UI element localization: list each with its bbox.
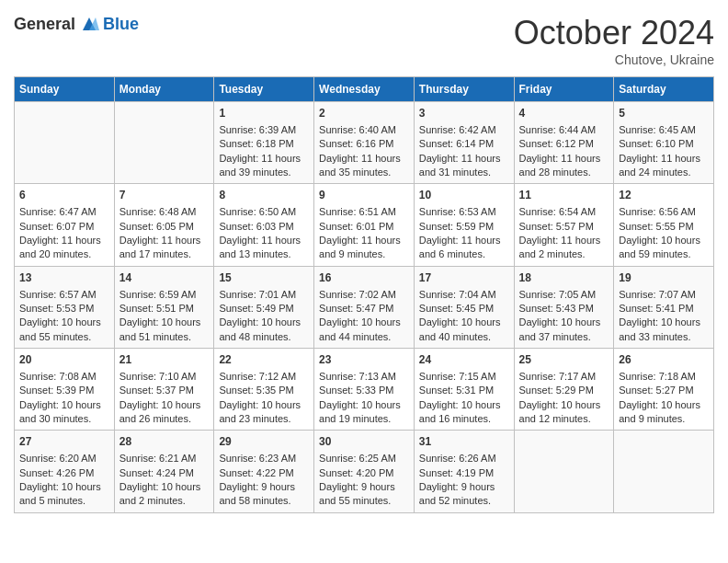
day-info: Daylight: 10 hours and 9 minutes.: [619, 398, 709, 427]
calendar-cell: 21Sunrise: 7:10 AMSunset: 5:37 PMDayligh…: [114, 349, 214, 431]
calendar-cell: 7Sunrise: 6:48 AMSunset: 6:05 PMDaylight…: [114, 184, 214, 266]
day-info: Daylight: 10 hours and 5 minutes.: [19, 480, 109, 509]
logo-blue-text: Blue: [103, 15, 139, 34]
day-info: Sunset: 5:41 PM: [619, 302, 709, 316]
day-info: Daylight: 10 hours and 44 minutes.: [319, 316, 409, 344]
day-info: Sunrise: 7:07 AM: [619, 288, 709, 302]
day-info: Sunset: 5:37 PM: [119, 384, 210, 397]
day-number: 24: [419, 352, 509, 368]
day-info: Sunrise: 6:50 AM: [219, 205, 309, 219]
day-info: Daylight: 10 hours and 12 minutes.: [519, 398, 609, 427]
day-info: Sunrise: 6:54 AM: [519, 205, 609, 219]
calendar-cell: 2Sunrise: 6:40 AMSunset: 6:16 PMDaylight…: [314, 102, 415, 184]
day-number: 1: [219, 106, 309, 121]
day-number: 15: [219, 270, 309, 286]
calendar-cell: 13Sunrise: 6:57 AMSunset: 5:53 PMDayligh…: [15, 266, 115, 348]
day-number: 23: [319, 352, 409, 368]
day-info: Sunset: 6:10 PM: [619, 137, 709, 151]
day-number: 5: [619, 106, 709, 121]
day-info: Sunset: 4:26 PM: [19, 466, 109, 480]
calendar-cell: 3Sunrise: 6:42 AMSunset: 6:14 PMDaylight…: [414, 102, 514, 184]
day-info: Sunrise: 7:17 AM: [519, 370, 609, 384]
day-info: Daylight: 11 hours and 31 minutes.: [419, 152, 509, 180]
day-info: Sunrise: 7:15 AM: [419, 370, 509, 384]
day-info: Sunset: 4:24 PM: [119, 466, 210, 480]
calendar-cell: 17Sunrise: 7:04 AMSunset: 5:45 PMDayligh…: [414, 266, 514, 348]
day-info: Sunrise: 7:02 AM: [319, 288, 409, 302]
calendar-cell: 31Sunrise: 6:26 AMSunset: 4:19 PMDayligh…: [414, 431, 514, 512]
day-info: Sunrise: 7:18 AM: [619, 370, 709, 384]
day-info: Daylight: 11 hours and 13 minutes.: [219, 234, 309, 262]
day-number: 14: [119, 270, 210, 286]
calendar-cell: 20Sunrise: 7:08 AMSunset: 5:39 PMDayligh…: [15, 349, 115, 431]
day-info: Sunset: 6:16 PM: [319, 137, 409, 151]
calendar-cell: 9Sunrise: 6:51 AMSunset: 6:01 PMDaylight…: [314, 184, 415, 266]
day-info: Daylight: 11 hours and 35 minutes.: [319, 152, 409, 180]
day-info: Daylight: 10 hours and 26 minutes.: [119, 398, 210, 427]
calendar-cell: 28Sunrise: 6:21 AMSunset: 4:24 PMDayligh…: [114, 431, 214, 512]
calendar-cell: [514, 431, 614, 512]
calendar-cell: 30Sunrise: 6:25 AMSunset: 4:20 PMDayligh…: [314, 431, 415, 512]
day-info: Sunrise: 7:10 AM: [119, 370, 210, 384]
day-info: Sunrise: 6:42 AM: [419, 123, 509, 137]
calendar-week-row: 13Sunrise: 6:57 AMSunset: 5:53 PMDayligh…: [15, 266, 714, 348]
day-info: Daylight: 10 hours and 30 minutes.: [19, 398, 109, 427]
day-number: 6: [19, 188, 109, 203]
day-header-monday: Monday: [114, 77, 214, 102]
day-info: Daylight: 10 hours and 37 minutes.: [519, 316, 609, 344]
day-info: Sunrise: 6:26 AM: [419, 452, 509, 465]
calendar-cell: 14Sunrise: 6:59 AMSunset: 5:51 PMDayligh…: [114, 266, 214, 348]
day-info: Sunset: 4:19 PM: [419, 466, 509, 480]
calendar-cell: 16Sunrise: 7:02 AMSunset: 5:47 PMDayligh…: [314, 266, 415, 348]
day-info: Sunset: 5:27 PM: [619, 384, 709, 397]
calendar-week-row: 1Sunrise: 6:39 AMSunset: 6:18 PMDaylight…: [15, 102, 714, 184]
day-number: 4: [519, 106, 609, 121]
title-section: October 2024 Chutove, Ukraine: [514, 14, 714, 67]
location-subtitle: Chutove, Ukraine: [514, 52, 714, 67]
day-info: Sunset: 5:39 PM: [19, 384, 109, 397]
day-number: 8: [219, 188, 309, 203]
day-info: Sunset: 5:45 PM: [419, 302, 509, 316]
day-info: Sunset: 4:22 PM: [219, 466, 309, 480]
day-info: Daylight: 10 hours and 23 minutes.: [219, 398, 309, 427]
day-info: Daylight: 10 hours and 33 minutes.: [619, 316, 709, 344]
calendar-cell: [614, 431, 714, 512]
day-info: Sunset: 5:59 PM: [419, 220, 509, 234]
day-info: Sunrise: 6:20 AM: [19, 452, 109, 465]
day-info: Sunrise: 6:56 AM: [619, 205, 709, 219]
calendar-table: SundayMondayTuesdayWednesdayThursdayFrid…: [14, 76, 714, 513]
calendar-cell: 6Sunrise: 6:47 AMSunset: 6:07 PMDaylight…: [15, 184, 115, 266]
day-info: Sunset: 4:20 PM: [319, 466, 409, 480]
day-info: Sunset: 5:51 PM: [119, 302, 210, 316]
day-info: Sunset: 6:14 PM: [419, 137, 509, 151]
calendar-cell: 23Sunrise: 7:13 AMSunset: 5:33 PMDayligh…: [314, 349, 415, 431]
day-info: Daylight: 11 hours and 28 minutes.: [519, 152, 609, 180]
day-number: 27: [19, 434, 109, 450]
day-info: Daylight: 10 hours and 40 minutes.: [419, 316, 509, 344]
day-info: Daylight: 11 hours and 6 minutes.: [419, 234, 509, 262]
day-info: Sunrise: 6:48 AM: [119, 205, 210, 219]
day-info: Sunrise: 6:23 AM: [219, 452, 309, 465]
day-info: Sunset: 5:31 PM: [419, 384, 509, 397]
day-info: Sunrise: 6:59 AM: [119, 288, 210, 302]
calendar-cell: 8Sunrise: 6:50 AMSunset: 6:03 PMDaylight…: [214, 184, 314, 266]
calendar-cell: [15, 102, 115, 184]
day-info: Sunset: 5:35 PM: [219, 384, 309, 397]
day-info: Daylight: 10 hours and 16 minutes.: [419, 398, 509, 427]
day-info: Sunset: 6:05 PM: [119, 220, 210, 234]
day-number: 3: [419, 106, 509, 121]
day-info: Sunrise: 6:25 AM: [319, 452, 409, 465]
day-info: Sunset: 5:53 PM: [19, 302, 109, 316]
day-number: 19: [619, 270, 709, 286]
day-info: Sunrise: 7:08 AM: [19, 370, 109, 384]
day-number: 9: [319, 188, 409, 203]
day-info: Sunset: 5:49 PM: [219, 302, 309, 316]
calendar-cell: 29Sunrise: 6:23 AMSunset: 4:22 PMDayligh…: [214, 431, 314, 512]
day-info: Daylight: 9 hours and 52 minutes.: [419, 480, 509, 509]
day-number: 21: [119, 352, 210, 368]
calendar-cell: 18Sunrise: 7:05 AMSunset: 5:43 PMDayligh…: [514, 266, 614, 348]
day-header-sunday: Sunday: [15, 77, 115, 102]
day-info: Sunrise: 7:13 AM: [319, 370, 409, 384]
day-number: 26: [619, 352, 709, 368]
day-info: Daylight: 10 hours and 19 minutes.: [319, 398, 409, 427]
